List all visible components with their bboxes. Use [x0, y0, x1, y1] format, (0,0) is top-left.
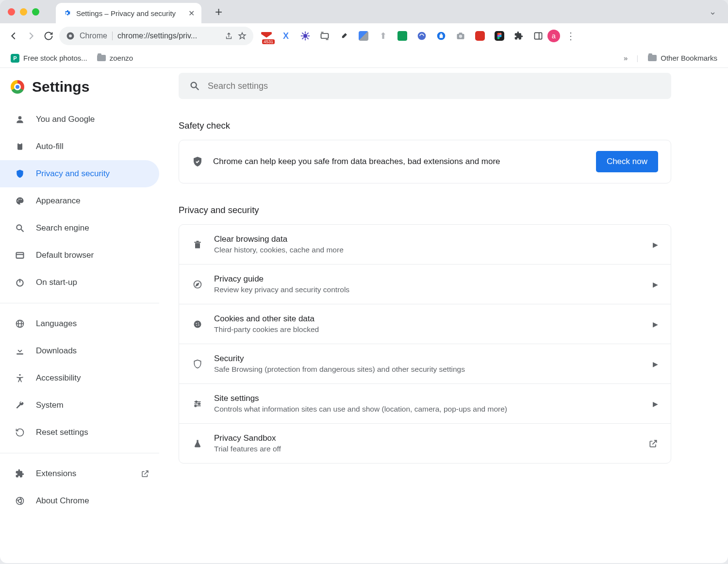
- sidebar-item-about-chrome[interactable]: About Chrome: [0, 487, 159, 514]
- bookmark-star-icon[interactable]: [238, 32, 247, 40]
- person-icon: [15, 115, 25, 124]
- toolbar: Chrome chrome://settings/priv... 4531 X …: [0, 23, 728, 49]
- chevron-right-icon: ▶: [653, 400, 658, 408]
- row-subtitle: Trial features are off: [214, 445, 638, 453]
- sidebar-item-extensions[interactable]: Extensions: [0, 460, 159, 487]
- sidebar-item-label: On start-up: [36, 278, 77, 287]
- ext-icon-8[interactable]: [397, 31, 408, 41]
- row-subtitle: Controls what information sites can use …: [214, 405, 642, 414]
- svg-point-30: [17, 200, 18, 201]
- sidebar-item-label: Extensions: [36, 469, 76, 479]
- reload-button[interactable]: [42, 29, 55, 43]
- ext-gmail-icon[interactable]: 4531: [261, 31, 272, 41]
- svg-point-18: [459, 35, 463, 38]
- gmail-badge: 4531: [262, 39, 275, 44]
- row-title: Site settings: [214, 394, 642, 403]
- sidebar-item-privacy-security[interactable]: Privacy and security: [0, 160, 159, 187]
- ext-eyedropper-icon[interactable]: [339, 31, 349, 41]
- bookmark-item-0[interactable]: P Free stock photos...: [11, 54, 87, 63]
- browser-tab[interactable]: Settings – Privacy and security ✕: [56, 3, 201, 23]
- row-subtitle: Review key privacy and security controls: [214, 285, 642, 294]
- svg-rect-19: [459, 33, 463, 34]
- check-now-button[interactable]: Check now: [596, 151, 658, 172]
- search-icon: [189, 81, 200, 91]
- bookmark-item-1[interactable]: zoenzo: [97, 54, 133, 62]
- sidebar-item-appearance[interactable]: Appearance: [0, 187, 159, 215]
- search-settings-input[interactable]: [208, 81, 661, 91]
- address-bar[interactable]: Chrome chrome://settings/priv...: [59, 27, 253, 45]
- sidebar-item-accessibility[interactable]: Accessibility: [0, 365, 159, 392]
- sidebar-item-search-engine[interactable]: Search engine: [0, 215, 159, 242]
- svg-line-34: [21, 230, 24, 232]
- svg-point-13: [418, 32, 426, 40]
- row-security[interactable]: Security Safe Browsing (protection from …: [179, 344, 671, 383]
- sidebar-item-on-startup[interactable]: On start-up: [0, 269, 159, 296]
- row-privacy-guide[interactable]: Privacy guide Review key privacy and sec…: [179, 264, 671, 304]
- svg-point-43: [19, 374, 20, 376]
- sidebar-item-label: Languages: [36, 319, 77, 329]
- puzzle-icon: [15, 469, 25, 479]
- svg-point-33: [17, 225, 21, 230]
- side-panel-icon[interactable]: [533, 31, 544, 41]
- profile-avatar[interactable]: a: [547, 30, 560, 42]
- site-info-icon[interactable]: [66, 32, 75, 40]
- row-cookies[interactable]: Cookies and other site data Third-party …: [179, 304, 671, 344]
- privacy-security-heading: Privacy and security: [179, 205, 711, 216]
- sidebar-item-label: Downloads: [36, 346, 77, 356]
- download-icon: [15, 346, 25, 356]
- sidebar-item-label: You and Google: [36, 115, 95, 124]
- extensions-puzzle-icon[interactable]: [513, 31, 524, 41]
- row-clear-browsing-data[interactable]: Clear browsing data Clear history, cooki…: [179, 225, 671, 264]
- chrome-outline-icon: [15, 496, 25, 506]
- ext-similarweb-icon[interactable]: [416, 31, 427, 41]
- sidebar-item-downloads[interactable]: Downloads: [0, 337, 159, 365]
- sidebar-item-languages[interactable]: Languages: [0, 310, 159, 337]
- ext-icon-7[interactable]: ⬆: [378, 31, 388, 41]
- new-tab-button[interactable]: +: [215, 4, 222, 19]
- sidebar-item-you-and-google[interactable]: You and Google: [0, 106, 159, 133]
- ext-icon-4[interactable]: [319, 31, 330, 41]
- sidebar-item-label: System: [36, 400, 64, 410]
- ext-icon-3[interactable]: [300, 31, 311, 41]
- url-text: chrome://settings/priv...: [117, 32, 220, 40]
- forward-button[interactable]: [24, 29, 38, 43]
- row-title: Privacy Sandbox: [214, 433, 638, 443]
- svg-rect-29: [19, 143, 21, 144]
- share-icon[interactable]: [225, 32, 233, 40]
- ext-icon-2[interactable]: X: [281, 31, 291, 41]
- menu-kebab-icon[interactable]: ⋮: [566, 30, 576, 42]
- ext-translate-icon[interactable]: [358, 31, 369, 41]
- ext-icon-10[interactable]: [436, 31, 447, 41]
- close-tab-icon[interactable]: ✕: [188, 9, 195, 18]
- chevron-right-icon: ▶: [653, 281, 658, 288]
- row-privacy-sandbox[interactable]: Privacy Sandbox Trial features are off: [179, 423, 671, 463]
- bookmarks-overflow-icon[interactable]: »: [624, 54, 627, 62]
- globe-icon: [15, 319, 25, 329]
- extensions-row: 4531 X ⬆: [261, 31, 544, 41]
- settings-sidebar: Settings You and Google Auto-fill Privac…: [0, 68, 165, 563]
- back-button[interactable]: [7, 29, 20, 43]
- sidebar-item-label: Reset settings: [36, 428, 88, 437]
- ext-icon-12[interactable]: [475, 31, 485, 41]
- svg-point-3: [303, 34, 307, 38]
- sidebar-item-default-browser[interactable]: Default browser: [0, 242, 159, 269]
- row-site-settings[interactable]: Site settings Controls what information …: [179, 383, 671, 423]
- sidebar-item-auto-fill[interactable]: Auto-fill: [0, 133, 159, 160]
- sidebar-item-label: Accessibility: [36, 373, 81, 383]
- ext-camera-icon[interactable]: [455, 31, 466, 41]
- search-settings-box[interactable]: [179, 73, 671, 99]
- tab-list-dropdown-icon[interactable]: ⌄: [709, 6, 716, 17]
- fullscreen-window-button[interactable]: [32, 8, 39, 16]
- minimize-window-button[interactable]: [20, 8, 27, 16]
- close-window-button[interactable]: [8, 8, 15, 16]
- sidebar-item-system[interactable]: System: [0, 392, 159, 419]
- sidebar-item-reset-settings[interactable]: Reset settings: [0, 419, 159, 446]
- browser-window-icon: [15, 250, 25, 260]
- ext-figma-icon[interactable]: [494, 31, 505, 41]
- sidebar-item-label: Auto-fill: [36, 142, 64, 151]
- external-link-icon: [140, 469, 150, 478]
- restore-icon: [15, 428, 25, 437]
- chevron-right-icon: ▶: [653, 320, 658, 328]
- row-subtitle: Safe Browsing (protection from dangerous…: [214, 365, 642, 374]
- other-bookmarks[interactable]: Other Bookmarks: [648, 54, 717, 62]
